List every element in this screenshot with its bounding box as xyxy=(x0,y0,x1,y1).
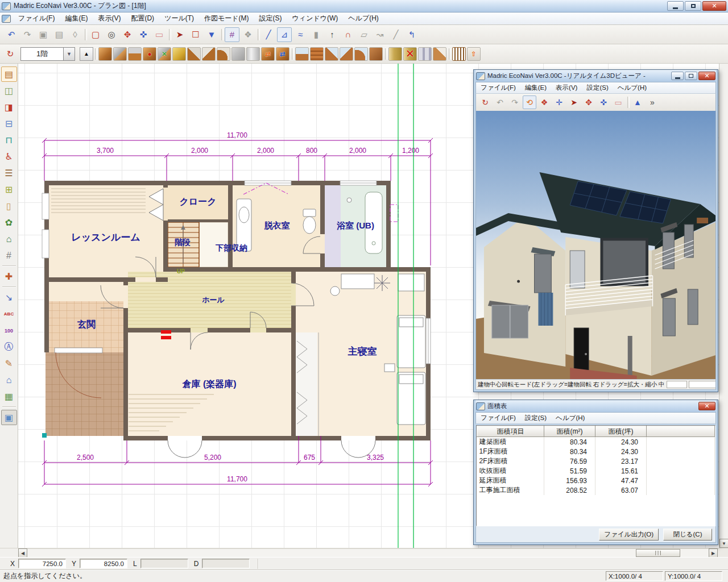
scroll-down-icon[interactable]: ▼ xyxy=(719,539,728,548)
grid-tool[interactable]: # xyxy=(1,248,17,263)
menu-window[interactable]: ウィンドウ(W) xyxy=(287,12,344,25)
col-item[interactable]: 面積項目 xyxy=(477,426,544,437)
wall-delete-button[interactable]: ✕ xyxy=(403,47,417,61)
pan-button[interactable]: ✛ xyxy=(552,95,566,109)
refresh-plan-button[interactable]: ↻ xyxy=(3,47,18,61)
restore-button[interactable] xyxy=(685,1,701,11)
wall-segment-button[interactable]: ▮ xyxy=(309,27,324,42)
menu-settings[interactable]: 設定(S) xyxy=(582,82,613,93)
pillar-pair-button[interactable] xyxy=(418,47,432,61)
undo-button[interactable]: ↶ xyxy=(4,27,19,42)
wall-tool[interactable]: ▤ xyxy=(1,66,17,82)
text-tool[interactable]: ABC xyxy=(1,306,17,322)
wall-lower-button[interactable] xyxy=(128,47,142,61)
pan-all-button[interactable]: ❖ xyxy=(537,95,551,109)
erase-button[interactable]: ◊ xyxy=(68,27,82,42)
viewer3d-close-button[interactable]: ✕ xyxy=(698,72,715,80)
area-table-row[interactable]: 吹抜面積 51.59 15.61 xyxy=(477,466,715,476)
wall-move-button[interactable]: ⇄ xyxy=(261,47,275,61)
window-tool[interactable]: ⊟ xyxy=(1,116,17,131)
menu-help[interactable]: ヘルプ(H) xyxy=(343,12,384,25)
zoom-fit-button[interactable]: ✥ xyxy=(120,27,135,42)
zoom-shrink-button[interactable]: ✜ xyxy=(597,95,610,109)
dimension-tool[interactable]: 100 xyxy=(1,323,17,338)
fence-button[interactable] xyxy=(452,47,466,61)
capture-button[interactable]: ▼ xyxy=(204,27,219,42)
wall-frame-button[interactable] xyxy=(246,47,260,61)
col-sqm[interactable]: 面積(m²) xyxy=(544,426,595,437)
view3d-tool[interactable]: ▣ xyxy=(1,410,17,425)
polyline-tool-button[interactable]: ≈ xyxy=(293,27,308,42)
y-coordinate-field[interactable]: 8250.0 xyxy=(80,559,127,568)
zoom-window-button[interactable]: ▭ xyxy=(152,27,167,42)
redo-button[interactable]: ↷ xyxy=(508,95,522,109)
garden-tool[interactable]: ✿ xyxy=(1,215,17,230)
wall-upper-button[interactable] xyxy=(113,47,127,61)
copy-button[interactable]: ▤ xyxy=(52,27,67,42)
angle-tool-button[interactable]: ↝ xyxy=(373,27,387,42)
area-table-row[interactable]: 工事施工面積 208.52 63.07 xyxy=(477,485,715,495)
brick-wall-button[interactable] xyxy=(310,47,324,61)
wall-opening-button[interactable]: ✕ xyxy=(158,47,171,61)
wall-stretch-button[interactable]: ⇄ xyxy=(276,47,289,61)
stairs-tool[interactable]: ☰ xyxy=(1,165,17,181)
minimize-button[interactable] xyxy=(667,1,684,11)
scrollbar-track[interactable] xyxy=(27,548,709,557)
horizontal-scrollbar[interactable]: ◀ ▶ xyxy=(0,548,728,557)
redo-button[interactable]: ↷ xyxy=(20,27,35,42)
door-tool[interactable]: ◨ xyxy=(1,99,17,115)
arch-tool-button[interactable]: ∩ xyxy=(341,27,355,42)
layout-tool[interactable]: ▦ xyxy=(1,389,17,404)
wall-point-button[interactable]: ● xyxy=(143,47,156,61)
zoom-window-button[interactable]: ▭ xyxy=(611,95,625,109)
menu-file[interactable]: ファイル(F) xyxy=(476,82,520,93)
lift-tool-button[interactable]: ↑ xyxy=(325,27,340,42)
titlebar[interactable]: Madric EcoNavi Ver3.00C - プラン図 - [1階] ✕ xyxy=(0,0,728,13)
elevation-button[interactable]: ▲ xyxy=(631,95,644,109)
wall-beam-button[interactable] xyxy=(172,47,186,61)
sketch-tool[interactable]: ✎ xyxy=(1,356,17,371)
d-field[interactable] xyxy=(202,559,250,568)
zoom-button[interactable]: ◎ xyxy=(104,27,119,42)
wall-diagonal-button[interactable] xyxy=(187,47,201,61)
pillar-button[interactable] xyxy=(388,47,402,61)
wall-draw-button[interactable] xyxy=(98,47,112,61)
menu-edit[interactable]: 編集(E) xyxy=(520,82,551,93)
menu-help[interactable]: ヘルプ(H) xyxy=(551,413,589,423)
area-table-row[interactable]: 建築面積 80.34 24.30 xyxy=(477,437,715,447)
panel-button[interactable] xyxy=(433,47,446,61)
menu-view[interactable]: 表示(V) xyxy=(93,12,126,25)
menu-file[interactable]: ファイル(F) xyxy=(476,413,520,423)
menu-tools[interactable]: ツール(T) xyxy=(159,12,199,25)
house-tool[interactable]: ⌂ xyxy=(1,372,17,388)
vertical-scrollbar[interactable]: ▼ xyxy=(719,64,728,548)
menu-settings[interactable]: 設定(S) xyxy=(254,12,287,25)
brick-curve-button[interactable] xyxy=(354,47,368,61)
brick-corner-button[interactable] xyxy=(340,47,353,61)
area-table-row[interactable]: 1F床面積 80.34 24.30 xyxy=(477,447,715,456)
storage-tool[interactable]: ⊞ xyxy=(1,182,17,197)
area-table-row[interactable]: 延床面積 156.93 47.47 xyxy=(477,476,715,485)
box-tool-button[interactable]: ⊿ xyxy=(277,27,292,42)
poly-tool-button[interactable]: ▱ xyxy=(357,27,371,42)
render-3d-view[interactable] xyxy=(475,111,716,379)
x-coordinate-field[interactable]: 7250.0 xyxy=(18,559,66,568)
l-field[interactable] xyxy=(140,559,188,568)
overflow-button[interactable]: » xyxy=(646,95,659,109)
roof-tool[interactable]: ⌂ xyxy=(1,231,17,247)
wall-corner-button[interactable] xyxy=(202,47,216,61)
area-close-button[interactable]: ✕ xyxy=(698,402,715,410)
measure-tool[interactable]: ✚ xyxy=(1,269,17,284)
menu-edit[interactable]: 編集(E) xyxy=(60,12,93,25)
rotate-mode-button[interactable]: ⟲ xyxy=(523,95,536,109)
stairs-up-button[interactable]: ⇧ xyxy=(467,47,481,61)
furniture-tool[interactable]: ⊓ xyxy=(1,132,17,148)
scroll-left-icon[interactable]: ◀ xyxy=(18,548,27,558)
menu-place[interactable]: 配置(D) xyxy=(126,12,159,25)
zoom-shrink-button[interactable]: ✜ xyxy=(136,27,151,42)
floor-selector[interactable]: 1階 ▼ xyxy=(20,47,75,61)
brick-arch-button[interactable] xyxy=(369,47,383,61)
slash-tool-button[interactable]: ╱ xyxy=(388,27,403,42)
pillar-tool[interactable]: ▯ xyxy=(1,198,17,214)
viewer3d-maximize-button[interactable] xyxy=(685,72,697,80)
